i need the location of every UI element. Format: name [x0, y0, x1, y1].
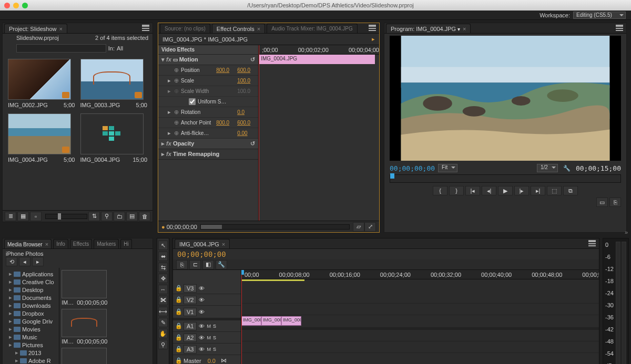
- tree-item[interactable]: ▸Movies: [4, 325, 58, 333]
- lock-icon[interactable]: 🔒: [175, 346, 181, 352]
- freeform-view-icon[interactable]: ▫: [30, 212, 42, 221]
- prop-antiflicker[interactable]: ▸⊕ Anti-flicke… 0.00: [158, 128, 258, 139]
- reset-icon[interactable]: ↺: [250, 56, 255, 63]
- list-view-icon[interactable]: ≣: [5, 212, 16, 221]
- settings-icon[interactable]: 🔧: [563, 165, 571, 172]
- nav-fwd-icon[interactable]: ▸: [32, 257, 44, 266]
- audio-track[interactable]: [241, 341, 599, 353]
- solo-button[interactable]: S: [213, 324, 216, 329]
- lock-icon[interactable]: 🔒: [175, 296, 181, 303]
- snap-icon[interactable]: ⊏: [189, 260, 201, 269]
- efc-playhead[interactable]: [259, 45, 259, 222]
- timeline-playhead[interactable]: [241, 270, 242, 364]
- rolling-tool-icon[interactable]: ✥: [158, 274, 168, 283]
- more-panels-icon[interactable]: »: [625, 229, 628, 235]
- tab-effects[interactable]: Effects: [70, 239, 92, 248]
- bin-item[interactable]: IMG_0002.JPG5;00: [8, 59, 75, 108]
- mark-in-button[interactable]: {: [433, 186, 447, 195]
- timeline-timecode[interactable]: 00;00;00;00: [173, 249, 599, 259]
- lift-button[interactable]: ⬚: [547, 186, 562, 195]
- timeline-clip[interactable]: IMG_000: [261, 316, 281, 326]
- tab-markers[interactable]: Markers: [94, 239, 119, 248]
- bin-thumbnail[interactable]: [80, 59, 144, 100]
- video-track-header[interactable]: 🔒V3👁: [173, 283, 241, 294]
- track-name[interactable]: V1: [184, 308, 197, 316]
- reset-icon[interactable]: ↺: [250, 140, 255, 147]
- group-motion[interactable]: ▾ fx ▭ Motion↺: [158, 55, 258, 65]
- tab-project[interactable]: Project: Slideshow×: [4, 24, 67, 33]
- prop-uniform-scale[interactable]: Uniform S…: [158, 97, 258, 107]
- tree-item[interactable]: ▸Desktop: [4, 286, 58, 294]
- group-time-remapping[interactable]: ▸ fx Time Remapping: [158, 149, 258, 160]
- media-item[interactable]: [62, 348, 150, 364]
- track-body[interactable]: 00;0000;00;08;0000;00;16;0000;00;24;0000…: [241, 270, 599, 364]
- efc-mini-timeline[interactable]: ;00;0000;00;02;0000;00;04;00 IMG_0004.JP…: [259, 45, 379, 222]
- tree-item[interactable]: ▸Adobe R: [4, 357, 58, 364]
- program-current-tc[interactable]: 00;00;00;00: [390, 164, 435, 172]
- video-track[interactable]: [241, 304, 599, 315]
- tab-media-browser[interactable]: Media Browser×: [4, 239, 52, 248]
- razor-tool-icon[interactable]: ✀: [158, 296, 168, 305]
- track-name[interactable]: V3: [184, 284, 197, 293]
- media-source-select[interactable]: iPhone Photos: [6, 251, 149, 257]
- mute-button[interactable]: M: [207, 347, 211, 352]
- insert-icon[interactable]: ⎘: [176, 260, 188, 269]
- media-thumbnail[interactable]: [62, 348, 107, 364]
- sort-icon[interactable]: ⇅: [88, 212, 100, 221]
- minimize-window-icon[interactable]: [13, 3, 19, 8]
- panel-menu-icon[interactable]: [616, 25, 623, 32]
- bin-item[interactable]: IMG_0003.JPG5;00: [80, 59, 148, 108]
- folder-tree[interactable]: ▸Applications▸Creative Clo▸Desktop▸Docum…: [3, 268, 59, 364]
- prop-anchor[interactable]: ⊕ Anchor Point 800.0 600.0: [158, 118, 258, 128]
- tab-source[interactable]: Source: (no clips): [160, 24, 210, 33]
- media-thumbs[interactable]: IM…00;00;05;00IM…00;00;05;00: [59, 268, 152, 364]
- tree-item[interactable]: ▸Downloads: [4, 301, 58, 309]
- hand-tool-icon[interactable]: ✋: [158, 329, 168, 338]
- nav-back-icon[interactable]: ◂: [19, 257, 30, 266]
- efc-clip-bar[interactable]: IMG_0004.JPG: [259, 55, 375, 64]
- tree-item[interactable]: ▸Music: [4, 333, 58, 341]
- audio-track-header[interactable]: 🔒A2👁MS: [173, 332, 241, 344]
- toggle-output-icon[interactable]: 👁: [199, 346, 205, 352]
- solo-button[interactable]: S: [213, 347, 216, 352]
- zoom-window-icon[interactable]: [22, 3, 28, 8]
- audio-track[interactable]: [241, 330, 599, 341]
- bin-item[interactable]: IMG_0004.JPG5;00: [8, 113, 75, 163]
- tree-item[interactable]: ▸Creative Clo: [4, 278, 58, 286]
- tree-item[interactable]: ▸Applications: [4, 270, 58, 278]
- track-name[interactable]: A2: [184, 334, 197, 342]
- trash-icon[interactable]: 🗑: [139, 212, 150, 221]
- prop-position[interactable]: ⊕ Position 800.0 600.0: [158, 65, 258, 76]
- slip-tool-icon[interactable]: ⟷: [158, 307, 168, 316]
- track-name[interactable]: A1: [184, 322, 197, 330]
- new-bin-icon[interactable]: 🗀: [114, 212, 125, 221]
- step-back-button[interactable]: ◂|: [482, 186, 496, 195]
- zoom-out-icon[interactable]: ▱: [353, 222, 364, 232]
- program-viewport[interactable]: [390, 36, 621, 161]
- video-track-header[interactable]: 🔒V2👁: [173, 294, 241, 306]
- zoom-tool-icon[interactable]: ⚲: [158, 340, 168, 349]
- uniform-scale-checkbox[interactable]: [189, 98, 196, 105]
- prop-scale[interactable]: ▸⊕ Scale 100.0: [158, 76, 258, 86]
- safe-margins-icon[interactable]: ▭: [596, 197, 608, 207]
- video-track[interactable]: IMG_000IMG_000IMG_000: [241, 315, 599, 328]
- goto-out-button[interactable]: ▸|: [531, 186, 545, 195]
- resolution-select[interactable]: 1/2: [537, 164, 558, 172]
- tab-sequence[interactable]: IMG_0004.JPG×: [175, 239, 230, 248]
- efc-scrollbar[interactable]: [200, 224, 350, 230]
- master-track-header[interactable]: 🔒Master0.0⋈: [173, 355, 241, 364]
- timeline-clip[interactable]: IMG_000: [281, 316, 301, 326]
- bin-thumbnail[interactable]: [8, 59, 71, 100]
- project-in-select[interactable]: All: [117, 45, 148, 51]
- toggle-output-icon[interactable]: 👁: [199, 285, 205, 292]
- lock-icon[interactable]: 🔒: [175, 357, 181, 364]
- lock-icon[interactable]: 🔒: [175, 285, 181, 292]
- toggle-output-icon[interactable]: 👁: [199, 297, 205, 303]
- refresh-icon[interactable]: ⟲: [6, 257, 17, 266]
- tree-item[interactable]: ▸Dropbox: [4, 309, 58, 317]
- extract-button[interactable]: ⧉: [563, 186, 578, 195]
- group-video-effects[interactable]: Video Effects: [158, 45, 258, 55]
- media-item[interactable]: IM…00;00;05;00: [62, 270, 150, 306]
- find-icon[interactable]: ⚲: [101, 212, 113, 221]
- play-button[interactable]: ▶: [498, 186, 513, 195]
